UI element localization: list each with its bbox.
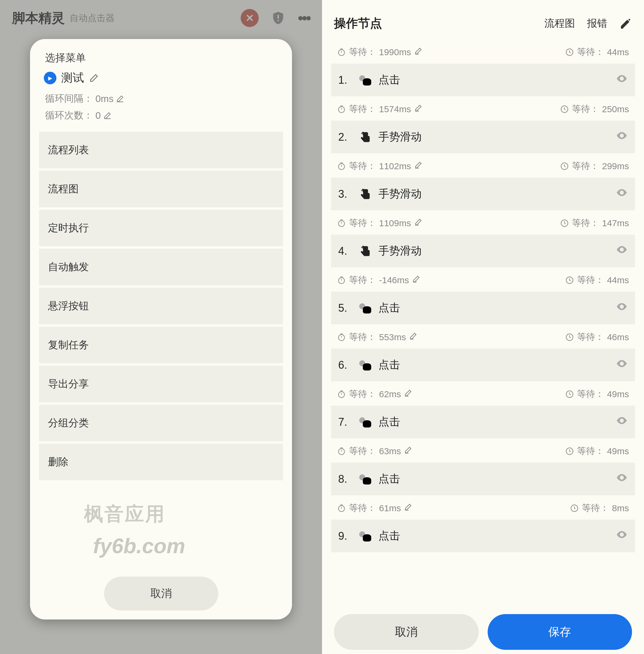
menu-item[interactable]: 分组分类 <box>39 405 283 441</box>
wait-row: 等待：1102ms等待：299ms <box>331 155 635 178</box>
edit-wait-icon[interactable] <box>414 104 422 114</box>
step-number: 4. <box>338 245 353 257</box>
edit-wait-icon[interactable] <box>409 332 417 342</box>
tap-icon <box>359 358 372 372</box>
step-row[interactable]: 1.点击 <box>331 64 635 96</box>
svg-point-28 <box>621 534 623 536</box>
svg-point-22 <box>621 420 623 422</box>
wait-row: 等待：62ms等待：49ms <box>331 382 635 405</box>
step-label: 手势滑动 <box>378 187 610 201</box>
step-number: 1. <box>338 74 353 87</box>
svg-point-25 <box>621 477 623 479</box>
menu-item[interactable]: 导出分享 <box>39 366 283 402</box>
step-row[interactable]: 5.点击 <box>331 291 635 324</box>
step-label: 点击 <box>378 301 610 315</box>
swipe-icon <box>359 131 372 144</box>
wait-row: 等待：1109ms等待：147ms <box>331 211 635 235</box>
step-label: 点击 <box>378 357 610 372</box>
menu-item[interactable]: 流程图 <box>39 171 283 207</box>
footer-buttons: 取消 保存 <box>334 614 632 650</box>
visibility-icon[interactable] <box>616 130 628 144</box>
menu-item[interactable]: 悬浮按钮 <box>39 288 283 324</box>
step-number: 6. <box>338 359 353 371</box>
svg-point-16 <box>621 306 623 308</box>
tab-flowchart[interactable]: 流程图 <box>544 17 575 30</box>
nodes-header: 操作节点 流程图 报错 <box>322 0 644 41</box>
step-label: 手势滑动 <box>378 130 610 144</box>
dialog-title: 选择菜单 <box>45 51 283 65</box>
script-icon: ▸ <box>44 72 56 84</box>
step-row[interactable]: 6.点击 <box>331 349 635 381</box>
edit-icon[interactable] <box>619 17 632 30</box>
cancel-button[interactable]: 取消 <box>334 614 479 650</box>
tap-icon <box>359 73 372 87</box>
edit-wait-icon[interactable] <box>404 503 412 513</box>
wait-row: 等待：61ms等待：8ms <box>331 496 635 520</box>
edit-count-icon[interactable] <box>103 111 112 120</box>
step-label: 点击 <box>378 73 610 87</box>
save-button[interactable]: 保存 <box>488 614 632 650</box>
tap-icon <box>359 530 372 543</box>
edit-name-icon[interactable] <box>89 73 99 83</box>
visibility-icon[interactable] <box>616 415 628 429</box>
step-number: 8. <box>338 473 353 485</box>
visibility-icon[interactable] <box>616 357 628 372</box>
cancel-button[interactable]: 取消 <box>104 577 218 610</box>
menu-list: 流程列表流程图定时执行自动触发悬浮按钮复制任务导出分享分组分类删除 <box>39 132 283 567</box>
step-row[interactable]: 8.点击 <box>331 463 635 495</box>
step-label: 点击 <box>378 529 610 543</box>
menu-item[interactable]: 自动触发 <box>39 249 283 285</box>
edit-wait-icon[interactable] <box>404 389 412 399</box>
menu-item[interactable]: 删除 <box>39 444 283 480</box>
script-name-row: ▸ 测试 <box>44 70 283 86</box>
nodes-title: 操作节点 <box>334 15 382 31</box>
step-row[interactable]: 9.点击 <box>331 520 635 552</box>
step-number: 2. <box>338 131 353 143</box>
step-row[interactable]: 2.手势滑动 <box>331 121 635 153</box>
edit-interval-icon[interactable] <box>116 94 124 103</box>
visibility-icon[interactable] <box>616 529 628 543</box>
tab-report[interactable]: 报错 <box>587 17 607 30</box>
loop-count-row: 循环次数： 0 <box>45 109 283 122</box>
wait-row: 等待：63ms等待：49ms <box>331 440 635 463</box>
wait-row: 等待：553ms等待：46ms <box>331 326 635 349</box>
script-name: 测试 <box>61 70 84 86</box>
visibility-icon[interactable] <box>616 301 628 315</box>
steps-list: 等待：1990ms等待：44ms1.点击等待：1574ms等待：250ms2.手… <box>322 41 644 605</box>
visibility-icon[interactable] <box>616 73 628 87</box>
tap-icon <box>359 416 372 429</box>
wait-row: 等待：-146ms等待：44ms <box>331 268 635 291</box>
menu-item[interactable]: 定时执行 <box>39 210 283 246</box>
visibility-icon[interactable] <box>616 243 628 258</box>
step-number: 7. <box>338 416 353 428</box>
edit-wait-icon[interactable] <box>412 275 420 285</box>
step-row[interactable]: 4.手势滑动 <box>331 235 635 267</box>
step-row[interactable]: 3.手势滑动 <box>331 178 635 210</box>
visibility-icon[interactable] <box>616 472 628 486</box>
swipe-icon <box>359 244 372 258</box>
menu-item[interactable]: 复制任务 <box>39 327 283 363</box>
swipe-icon <box>359 187 372 201</box>
wait-row: 等待：1574ms等待：250ms <box>331 97 635 121</box>
edit-wait-icon[interactable] <box>414 161 422 171</box>
edit-wait-icon[interactable] <box>414 218 422 228</box>
svg-point-7 <box>621 135 623 137</box>
tap-icon <box>359 472 372 486</box>
step-label: 手势滑动 <box>378 243 610 258</box>
svg-point-4 <box>621 78 623 80</box>
loop-interval-row: 循环间隔： 0ms <box>45 92 283 105</box>
svg-point-19 <box>621 363 623 365</box>
wait-row: 等待：1990ms等待：44ms <box>331 41 635 64</box>
edit-wait-icon[interactable] <box>414 47 422 57</box>
edit-wait-icon[interactable] <box>404 446 412 456</box>
menu-item[interactable]: 流程列表 <box>39 132 283 168</box>
step-label: 点击 <box>378 415 610 429</box>
step-label: 点击 <box>378 472 610 486</box>
visibility-icon[interactable] <box>616 187 628 201</box>
svg-point-13 <box>621 249 623 251</box>
step-number: 3. <box>338 188 353 201</box>
step-number: 9. <box>338 530 353 542</box>
select-menu-dialog: 选择菜单 ▸ 测试 循环间隔： 0ms 循环次数： 0 流程列表流程图定时执行自… <box>30 39 292 620</box>
tap-icon <box>359 302 372 315</box>
step-row[interactable]: 7.点击 <box>331 405 635 438</box>
